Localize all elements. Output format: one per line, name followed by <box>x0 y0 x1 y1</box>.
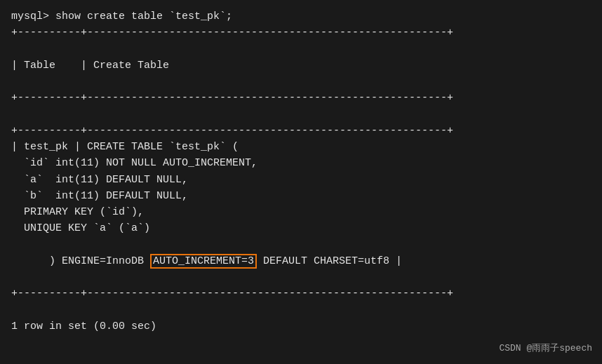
row-line-3: `a` int(11) DEFAULT NULL, <box>11 172 591 188</box>
row-line-7: ) ENGINE=InnoDB AUTO_INCREMENT=3 DEFAULT… <box>11 237 591 286</box>
row-line-4: `b` int(11) DEFAULT NULL, <box>11 188 591 204</box>
watermark: CSDN @雨雨子speech <box>499 342 592 354</box>
divider-4: +----------+----------------------------… <box>11 285 591 302</box>
row-line-7-pre: ) ENGINE=InnoDB <box>49 255 150 267</box>
row-line-7-post: DEFAULT CHARSET=utf8 | <box>257 255 402 267</box>
row-line-6: UNIQUE KEY `a` (`a`) <box>11 220 591 236</box>
row-line-1: | test_pk | CREATE TABLE `test_pk` ( <box>11 139 591 155</box>
blank-3 <box>11 107 591 123</box>
divider-1: +----------+----------------------------… <box>11 25 591 41</box>
blank-4 <box>11 302 591 318</box>
auto-increment-highlight: AUTO_INCREMENT=3 <box>150 254 257 269</box>
row-line-5: PRIMARY KEY (`id`), <box>11 204 591 220</box>
row-line-2: `id` int(11) NOT NULL AUTO_INCREMENT, <box>11 155 591 171</box>
terminal-window: mysql> show create table `test_pk`; +---… <box>0 0 602 364</box>
header-line: | Table | Create Table <box>11 58 591 74</box>
blank-1 <box>11 41 591 58</box>
divider-2: +----------+----------------------------… <box>11 90 591 106</box>
divider-3: +----------+----------------------------… <box>11 123 591 139</box>
blank-2 <box>11 74 591 90</box>
footer-line: 1 row in set (0.00 sec) <box>11 318 591 335</box>
command-line: mysql> show create table `test_pk`; <box>11 8 591 25</box>
